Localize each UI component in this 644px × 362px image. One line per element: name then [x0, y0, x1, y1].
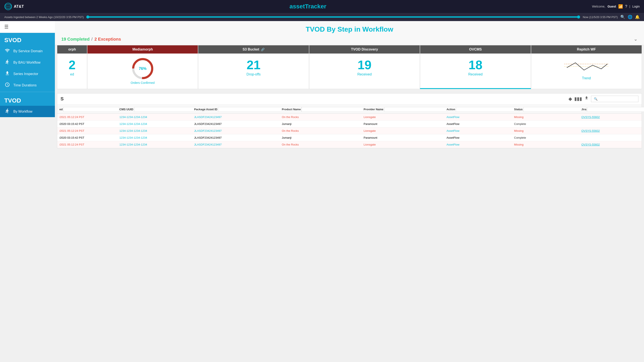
cell-product-name[interactable]: On the Rocks: [280, 128, 362, 134]
cell-cms-uuid[interactable]: 1234-1234-1234-1234: [117, 114, 192, 121]
welcome-text: Welcome,: [592, 5, 605, 8]
workflow-card-tvod-discovery[interactable]: TVOD Discovery 19 Received: [309, 45, 420, 89]
cell-provider-name[interactable]: Lionsgate: [362, 128, 444, 134]
cell-status: Complete: [512, 134, 579, 141]
table-body: /2021 05:12:24 PST 1234-1234-1234-1234 J…: [57, 114, 642, 148]
cell-date: /2020 03:15:42 PST: [57, 121, 117, 128]
workflow-card-ovcms[interactable]: OVCMS 18 Received: [420, 45, 531, 89]
tvod-discovery-body: 19 Received: [309, 53, 420, 81]
sidebar-item-by-workflow[interactable]: By Workflow: [0, 106, 55, 117]
by-service-domain-icon: [4, 48, 10, 54]
card-partial-number: 2: [69, 59, 76, 71]
donut-chart: 76%: [132, 58, 154, 79]
app-title-text: assetTracker: [290, 3, 326, 10]
collapse-button[interactable]: ⌄: [634, 36, 638, 42]
col-provider-name: Provider Name: [362, 104, 444, 114]
col-status-filter[interactable]: [524, 107, 586, 112]
help-icon[interactable]: ?: [625, 4, 627, 9]
cell-provider-name[interactable]: Lionsgate: [362, 114, 444, 121]
notification-icon[interactable]: 🔔: [635, 15, 640, 19]
search-icon: 🔍: [594, 97, 598, 101]
table-section: S ◆ ▮▮▮ 🔍 ed: [57, 93, 642, 148]
main-layout: ☰ SVOD By Service Domain B: [0, 21, 644, 357]
repitch-label: Trend: [582, 76, 591, 80]
cell-action[interactable]: AssetFlow: [444, 121, 512, 128]
cell-action[interactable]: AssetFlow: [444, 141, 512, 148]
workflow-card-repitch[interactable]: Repitch WF Trend: [531, 45, 642, 89]
ovcms-header: OVCMS: [420, 45, 530, 53]
data-table: ed CMS UUID Package Asset ID Produc: [57, 104, 642, 148]
sidebar-item-by-bau-workflow[interactable]: By BAU Workflow: [0, 57, 55, 68]
cell-date: /2021 05:12:24 PST: [57, 141, 117, 148]
workflow-card-s3[interactable]: S3 Bucket 🔗 21 Drop-offs: [198, 45, 309, 89]
page-title: TVOD By Step in Workflow: [61, 25, 638, 33]
tvod-discovery-label: Received: [357, 72, 372, 76]
sidebar-item-series-inspector[interactable]: Series Inspector: [0, 68, 55, 80]
cell-jira[interactable]: OVSYS-55602: [579, 114, 642, 121]
cell-jira[interactable]: OVSYS-55602: [579, 128, 642, 134]
page-stats: 19 Completed / 2 Exceptions: [61, 37, 121, 42]
table-section-title: S: [60, 96, 566, 102]
cell-cms-uuid[interactable]: 1234-1234-1234-1234: [117, 134, 192, 141]
cell-action[interactable]: AssetFlow: [444, 128, 512, 134]
cell-product-name[interactable]: Jumanji: [280, 134, 362, 141]
cell-jira[interactable]: OVSYS-55602: [579, 141, 642, 148]
cell-provider-name[interactable]: Paramount: [362, 121, 444, 128]
workflow-card-mediamorph[interactable]: Mediamorph 76% Orders Confirmed: [87, 45, 198, 89]
time-durations-icon: [4, 82, 10, 88]
globe-icon[interactable]: 🌐: [628, 15, 632, 19]
cell-package-asset-id[interactable]: JLASDF23424123497: [192, 134, 280, 141]
top-nav: AT&T assetTracker Welcome, Guest 📶 ? | L…: [0, 0, 644, 13]
top-nav-right: Welcome, Guest 📶 ? | Login: [592, 4, 640, 9]
cell-cms-uuid[interactable]: 1234-1234-1234-1234: [117, 141, 192, 148]
cell-package-asset-id[interactable]: JLASDF23424123497: [192, 141, 280, 148]
by-bau-workflow-label: By BAU Workflow: [13, 61, 40, 64]
cell-action[interactable]: AssetFlow: [444, 114, 512, 121]
cell-status: Complete: [512, 121, 579, 128]
wifi-status-icon: 📶: [618, 4, 623, 9]
col-date: ed: [57, 104, 117, 114]
link-icon: 🔗: [261, 48, 264, 51]
ovcms-body: 18 Received: [420, 53, 530, 81]
diamond-icon[interactable]: ◆: [568, 96, 572, 102]
page-subtitle: 19 Completed / 2 Exceptions ⌄: [61, 35, 638, 43]
search-icon[interactable]: 🔍: [620, 15, 625, 19]
cell-package-asset-id[interactable]: JLASDF23424123497: [192, 121, 280, 128]
cell-status: Missing: [512, 141, 579, 148]
trend-chart-svg: [533, 58, 640, 75]
exceptions-stat: 2 Exceptions: [94, 37, 121, 41]
time-range-slider[interactable]: [86, 16, 580, 18]
cell-product-name[interactable]: On the Rocks: [280, 114, 362, 121]
mediamorph-sublabel: Orders Confirmed: [131, 81, 154, 84]
export-icon[interactable]: [584, 96, 589, 102]
by-workflow-label: By Workflow: [13, 110, 32, 114]
col-cms-uuid-filter[interactable]: [134, 107, 204, 112]
col-status: Status: [512, 104, 579, 114]
tvod-section-label: TVOD: [0, 93, 55, 106]
repitch-body: Trend: [531, 53, 642, 84]
col-jira-filter[interactable]: [587, 107, 644, 112]
cell-action[interactable]: AssetFlow: [444, 134, 512, 141]
series-inspector-label: Series Inspector: [13, 72, 38, 76]
cell-cms-uuid[interactable]: 1234-1234-1234-1234: [117, 128, 192, 134]
s3-number: 21: [247, 59, 261, 71]
cell-provider-name[interactable]: Lionsgate: [362, 141, 444, 148]
table-header: ed CMS UUID Package Asset ID Produc: [57, 104, 642, 114]
col-action-filter[interactable]: [456, 107, 519, 112]
cell-product-name[interactable]: Jumanji: [280, 121, 362, 128]
cell-product-name[interactable]: On the Rocks: [280, 141, 362, 148]
cell-provider-name[interactable]: Paramount: [362, 134, 444, 141]
table-row: /2021 05:12:24 PST 1234-1234-1234-1234 J…: [57, 114, 642, 121]
col-date-filter[interactable]: [64, 107, 119, 112]
cell-cms-uuid[interactable]: 1234-1234-1234-1234: [117, 121, 192, 128]
columns-icon[interactable]: ▮▮▮: [574, 96, 582, 102]
sidebar-item-time-durations[interactable]: Time Durations: [0, 80, 55, 91]
cell-package-asset-id[interactable]: JLASDF23424123497: [192, 114, 280, 121]
hamburger-icon[interactable]: ☰: [4, 24, 8, 30]
sidebar-item-by-service-domain[interactable]: By Service Domain: [0, 45, 55, 57]
search-input[interactable]: [599, 97, 636, 101]
cell-package-asset-id[interactable]: JLASDF23424123497: [192, 128, 280, 134]
cell-status: Missing: [512, 114, 579, 121]
cell-date: /2021 05:12:24 PST: [57, 114, 117, 121]
login-button[interactable]: Login: [632, 5, 640, 8]
